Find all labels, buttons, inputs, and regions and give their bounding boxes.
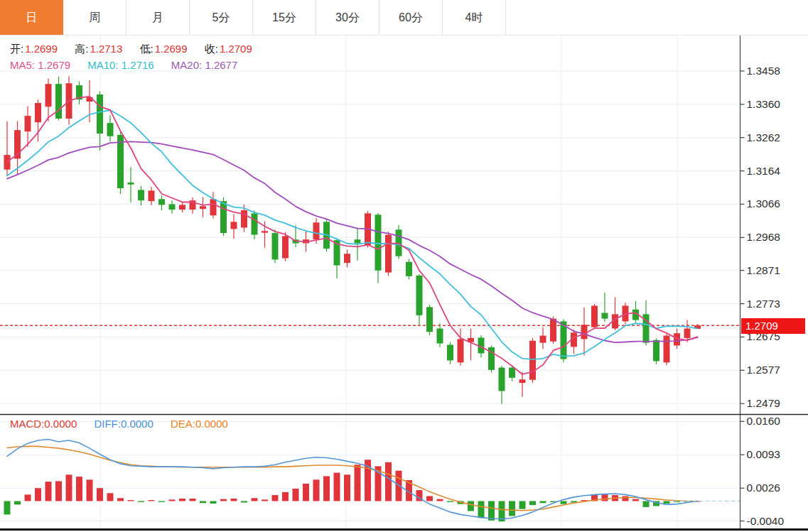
macd-readout: MACD:0.0000	[10, 418, 77, 430]
dea-readout: DEA:0.0000	[171, 418, 228, 430]
svg-text:1.2773: 1.2773	[747, 298, 780, 310]
right-axis: 1.34581.33601.32621.31641.30661.29681.28…	[740, 36, 785, 530]
ma5-readout: MA5: 1.2679	[10, 59, 70, 71]
open-readout: 开:1.2699	[10, 43, 58, 56]
macd-legend: MACD:0.0000 DIFF:0.0000 DEA:0.0000	[10, 418, 242, 430]
macd-histogram	[4, 460, 701, 521]
diff-line	[7, 440, 698, 519]
chart-canvas[interactable]: 1.34581.33601.32621.31641.30661.29681.28…	[0, 0, 808, 532]
svg-text:1.3164: 1.3164	[747, 165, 781, 177]
trading-chart-window: 日 周 月 5分 15分 30分 60分 4时 1.34581.33601.32…	[0, 0, 808, 532]
diff-readout: DIFF:0.0000	[94, 418, 153, 430]
svg-text:1.2479: 1.2479	[747, 397, 780, 409]
svg-text:1.3066: 1.3066	[747, 197, 780, 210]
svg-text:1.2968: 1.2968	[747, 231, 780, 243]
svg-text:1.2871: 1.2871	[747, 264, 780, 276]
svg-text:1.3360: 1.3360	[747, 98, 781, 110]
ma-legend: MA5: 1.2679 MA10: 1.2716 MA20: 1.2677	[10, 59, 252, 71]
close-readout: 收:1.2709	[205, 43, 252, 56]
ma5-line	[7, 97, 698, 374]
svg-text:0.0160: 0.0160	[747, 415, 781, 427]
svg-text:1.3458: 1.3458	[747, 65, 780, 77]
svg-text:0.0026: 0.0026	[747, 482, 780, 494]
ohlc-legend: 开:1.2699 高:1.2713 低:1.2699 收:1.2709	[10, 43, 266, 56]
last-price-badge: 1.2709	[741, 318, 805, 334]
ma20-readout: MA20: 1.2677	[171, 59, 237, 71]
panel-borders	[0, 415, 808, 530]
low-readout: 低:1.2699	[139, 43, 187, 56]
svg-text:0.0093: 0.0093	[747, 448, 780, 460]
gridlines	[0, 36, 740, 530]
high-readout: 高:1.2713	[75, 43, 122, 56]
ma10-readout: MA10: 1.2716	[87, 59, 153, 71]
svg-text:-0.0040: -0.0040	[747, 515, 785, 527]
candles	[4, 76, 701, 404]
svg-text:1.2577: 1.2577	[747, 364, 780, 376]
svg-text:1.3262: 1.3262	[747, 131, 780, 143]
